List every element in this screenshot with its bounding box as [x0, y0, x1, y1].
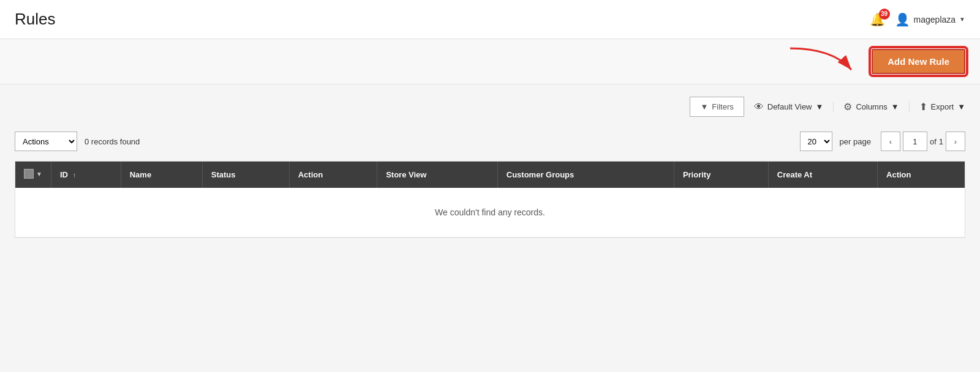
- notification-bell[interactable]: 🔔 39: [870, 12, 885, 27]
- user-icon: 👤: [895, 12, 910, 27]
- th-id[interactable]: ID ↑: [51, 162, 121, 188]
- gear-icon: ⚙: [843, 101, 852, 113]
- actions-row: Actions 0 records found 20 30 50 per pag…: [15, 127, 965, 156]
- actions-select-wrapper[interactable]: Actions: [15, 132, 77, 151]
- filter-icon: ▼: [700, 102, 708, 111]
- empty-message: We couldn't find any records.: [15, 188, 965, 237]
- th-status[interactable]: Status: [202, 162, 289, 188]
- action-bar: Add New Rule: [0, 39, 980, 84]
- th-priority[interactable]: Priority: [674, 162, 768, 188]
- content-area: ▼ Filters 👁 Default View ▼ ⚙ Columns ▼ ⬆…: [0, 84, 980, 250]
- th-checkbox[interactable]: ▼: [15, 162, 51, 188]
- default-view-selector[interactable]: 👁 Default View ▼: [754, 102, 834, 113]
- view-chevron-icon: ▼: [816, 102, 824, 111]
- records-found: 0 records found: [85, 137, 140, 146]
- per-page-select-wrapper[interactable]: 20 30 50: [800, 132, 832, 151]
- filters-label: Filters: [712, 102, 733, 111]
- user-menu[interactable]: 👤 mageplaza ▼: [895, 12, 965, 27]
- actions-dropdown[interactable]: Actions: [15, 134, 77, 149]
- empty-row: We couldn't find any records.: [15, 188, 965, 237]
- page-title: Rules: [15, 10, 55, 29]
- th-create-at[interactable]: Create At: [768, 162, 877, 188]
- rules-table-wrapper: ▼ ID ↑ Name Status Action Store View Cus…: [15, 161, 965, 238]
- export-icon: ⬆: [919, 101, 927, 113]
- user-name: mageplaza: [914, 15, 956, 24]
- table-header: ▼ ID ↑ Name Status Action Store View Cus…: [15, 162, 965, 188]
- th-customer-groups[interactable]: Customer Groups: [497, 162, 674, 188]
- current-page: 1: [903, 132, 927, 151]
- page-total: 1: [939, 137, 943, 146]
- actions-left: Actions 0 records found: [15, 132, 140, 151]
- eye-icon: 👁: [754, 102, 764, 113]
- filters-row: ▼ Filters 👁 Default View ▼ ⚙ Columns ▼ ⬆…: [15, 97, 965, 117]
- per-page-label: per page: [840, 137, 871, 146]
- th-store-view[interactable]: Store View: [377, 162, 498, 188]
- columns-chevron-icon: ▼: [891, 102, 899, 111]
- rules-table: ▼ ID ↑ Name Status Action Store View Cus…: [15, 162, 965, 237]
- arrow-indicator: [784, 42, 858, 81]
- columns-label: Columns: [856, 102, 887, 111]
- red-arrow-svg: [784, 42, 858, 79]
- table-body: We couldn't find any records.: [15, 188, 965, 237]
- th-action[interactable]: Action: [289, 162, 377, 188]
- checkbox-dropdown[interactable]: ▼: [24, 169, 42, 179]
- pagination: ‹ 1 of 1 ›: [881, 132, 965, 151]
- table-header-row: ▼ ID ↑ Name Status Action Store View Cus…: [15, 162, 965, 188]
- header-right: 🔔 39 👤 mageplaza ▼: [870, 12, 965, 27]
- filters-button[interactable]: ▼ Filters: [690, 97, 744, 117]
- page-of-label: of: [930, 137, 937, 146]
- th-action2[interactable]: Action: [878, 162, 965, 188]
- export-selector[interactable]: ⬆ Export ▼: [919, 101, 965, 113]
- page-header: Rules 🔔 39 👤 mageplaza ▼: [0, 0, 980, 39]
- columns-selector[interactable]: ⚙ Columns ▼: [843, 101, 909, 113]
- sort-icon: ↑: [73, 171, 77, 179]
- notification-badge: 39: [879, 9, 890, 20]
- next-page-button[interactable]: ›: [946, 132, 965, 151]
- th-name[interactable]: Name: [121, 162, 202, 188]
- default-view-label: Default View: [767, 102, 812, 111]
- header-checkbox[interactable]: [24, 169, 34, 179]
- chevron-down-icon: ▼: [959, 16, 965, 23]
- prev-page-button[interactable]: ‹: [881, 132, 900, 151]
- actions-right: 20 30 50 per page ‹ 1 of 1 ›: [800, 132, 965, 151]
- per-page-dropdown[interactable]: 20 30 50: [801, 134, 832, 149]
- export-label: Export: [931, 102, 954, 111]
- add-new-rule-button[interactable]: Add New Rule: [872, 49, 965, 74]
- export-chevron-icon: ▼: [957, 102, 965, 111]
- checkbox-arrow-icon: ▼: [36, 171, 42, 177]
